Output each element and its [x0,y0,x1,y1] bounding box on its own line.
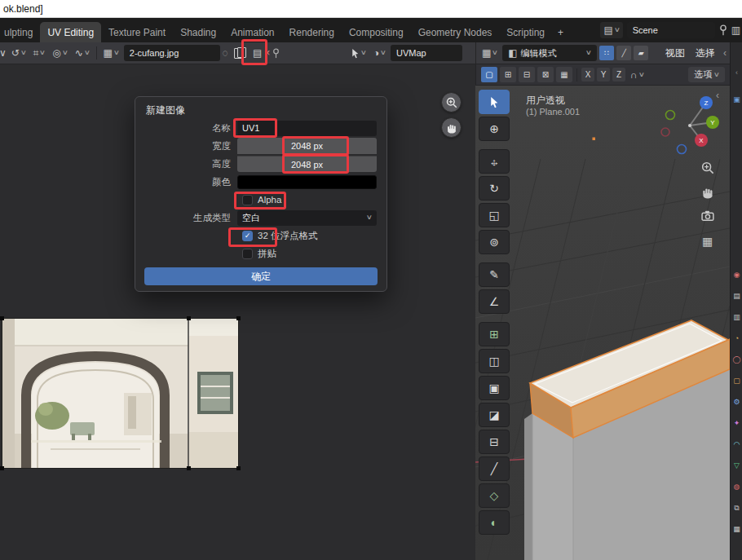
uv-corner-handle[interactable] [0,466,4,470]
tool-select-box[interactable] [479,90,510,114]
face-select-button[interactable]: ▰ [634,46,648,60]
viewport-pan-button[interactable] [701,186,714,201]
properties-tab-object-data[interactable]: ▽ [731,462,742,470]
image-menu-icon[interactable]: ▤ [253,48,262,58]
tab-sculpting[interactable]: ulpting [0,22,40,42]
tab-rendering[interactable]: Rendering [282,22,342,42]
select-mode-subtract-button[interactable]: ⊟ [519,67,535,82]
properties-tab-scene[interactable]: ◔ [731,335,742,342]
tab-animation[interactable]: Animation [223,22,281,42]
tool-extrude-region[interactable]: ◫ [479,349,510,373]
tool-loop-cut[interactable]: ⊟ [479,430,510,454]
tool-inset-faces[interactable]: ▣ [479,376,510,400]
uvmap-field[interactable]: UVMap [391,45,462,61]
snap-falloff-dropdown[interactable]: ∩ ∨ [628,67,646,83]
uv-image-region[interactable] [2,318,239,469]
uv-corner-handle[interactable] [187,316,191,320]
cropped-editor-type-icon[interactable]: ∨ [0,48,7,58]
tool-rotate[interactable]: ↻ [479,176,510,201]
tab-compositing[interactable]: Compositing [342,22,411,42]
tab-geometry-nodes[interactable]: Geometry Nodes [411,22,500,42]
properties-tab-view-layer[interactable]: ▥ [731,314,742,321]
properties-tab-object[interactable]: ▢ [731,377,742,385]
editor-type-dropdown[interactable]: ▦ ∨ [479,45,500,61]
tab-uv-editing[interactable]: UV Editing [40,22,101,42]
tab-shading[interactable]: Shading [173,22,223,42]
navigation-gizmo[interactable]: Z Y X [657,91,722,160]
tiled-checkbox[interactable] [242,249,253,259]
uv-corner-handle[interactable] [236,466,241,470]
edge-select-button[interactable]: ╱ [616,46,631,60]
width-input[interactable]: 2048 px [237,138,377,154]
select-menu[interactable]: 选择 [691,46,719,60]
properties-tab-particles[interactable]: ✦ [731,420,742,427]
uv-pan-button[interactable] [441,117,462,138]
select-mode-intersect-button[interactable]: ▦ [556,67,572,82]
tool-cursor[interactable]: ⊕ [479,117,510,141]
properties-tab-texture[interactable]: ⧉ [731,505,742,512]
properties-tab-constraints[interactable]: ▦ [731,526,742,533]
browse-image-dropdown[interactable]: ▦ ∨ [101,45,121,61]
scene-browse-dropdown[interactable]: ▤ ∨ [600,22,622,38]
uv-select-tool-dropdown[interactable]: ∨ [348,45,369,61]
pin-icon[interactable] [719,24,727,36]
tool-transform[interactable]: ⊚ [479,230,510,254]
generated-type-dropdown[interactable]: 空白 ∨ [237,210,377,226]
properties-tab-output[interactable]: ▤ [731,293,742,300]
properties-tab-world[interactable]: ◯ [731,356,742,364]
falloff-dropdown[interactable]: ∿ ∨ [73,45,92,61]
view-menu[interactable]: 视图 [661,46,689,60]
display-channels-dropdown[interactable]: ◑ ∨ [371,45,388,61]
unlink-image-icon[interactable]: × [264,48,270,58]
viewport-ortho-grid-button[interactable]: ▦ [702,235,713,248]
uv-snap-dropdown[interactable]: ⌗ ∨ [31,45,48,61]
uv-zoom-button[interactable] [441,92,462,112]
tool-knife[interactable]: ╱ [479,456,510,481]
name-input[interactable]: UV1 [237,121,377,136]
color-swatch[interactable] [237,175,377,189]
vertex-select-button[interactable]: ∷ [599,46,614,60]
height-input[interactable]: 2048 px [237,156,377,172]
tool-spin[interactable]: ◐ [479,510,510,535]
tool-scale[interactable]: ◱ [479,203,510,227]
float32-checkbox[interactable]: ✓ [242,231,253,241]
select-mode-extend-button[interactable]: ⊞ [500,67,516,82]
scene-name-field[interactable]: Scene [627,22,715,38]
ok-button[interactable]: 确定 [144,267,378,285]
properties-tab-material[interactable]: ◍ [731,483,742,491]
tool-measure[interactable]: ∠ [479,289,510,314]
select-mode-new-button[interactable]: ▢ [481,67,497,82]
tool-bevel[interactable]: ◪ [479,403,510,427]
strip-collapse-icon[interactable]: ‹ [731,69,742,77]
tab-texture-paint[interactable]: Texture Paint [101,22,173,42]
mirror-z-toggle[interactable]: Z [612,68,625,82]
viewport-camera-button[interactable] [701,209,715,224]
properties-tab-active-tool[interactable]: ▣ [731,96,742,104]
tool-poly-build[interactable]: ◇ [479,483,510,508]
header-collapse-icon[interactable]: ‹ [723,47,727,59]
viewport-zoom-button[interactable] [701,161,714,177]
mirror-y-toggle[interactable]: Y [597,68,610,82]
uv-corner-handle[interactable] [187,466,191,470]
uv-corner-handle[interactable] [0,316,4,320]
mirror-x-toggle[interactable]: X [581,68,594,82]
properties-tab-modifiers[interactable]: ⚙ [731,399,742,406]
fade-image-icon[interactable]: ◌ [223,48,228,58]
select-mode-invert-button[interactable]: ⊠ [537,67,554,82]
properties-tab-render[interactable]: ◉ [731,271,742,279]
tool-annotate[interactable]: ✎ [479,262,510,287]
tool-move[interactable]: ↔ ↕ [479,149,510,174]
alpha-checkbox[interactable] [242,195,253,205]
new-image-button[interactable] [231,47,250,59]
mode-dropdown[interactable]: ◧ 编辑模式 ∨ [502,45,597,61]
tool-add-cube[interactable]: ⊞ [479,322,510,346]
tool-options-dropdown[interactable]: 选项 ∨ [688,67,725,82]
add-workspace-button[interactable]: + [552,22,569,42]
uv-corner-handle[interactable] [236,316,241,320]
uv-history-dropdown[interactable]: ↺ ∨ [9,45,29,61]
image-name-field[interactable]: 2-cufang.jpg [124,45,220,61]
properties-tab-physics[interactable]: ◠ [731,441,742,448]
pin-image-icon[interactable] [272,48,280,59]
view-layer-icon[interactable]: ▥ [731,25,740,35]
tab-scripting[interactable]: Scripting [499,22,552,42]
